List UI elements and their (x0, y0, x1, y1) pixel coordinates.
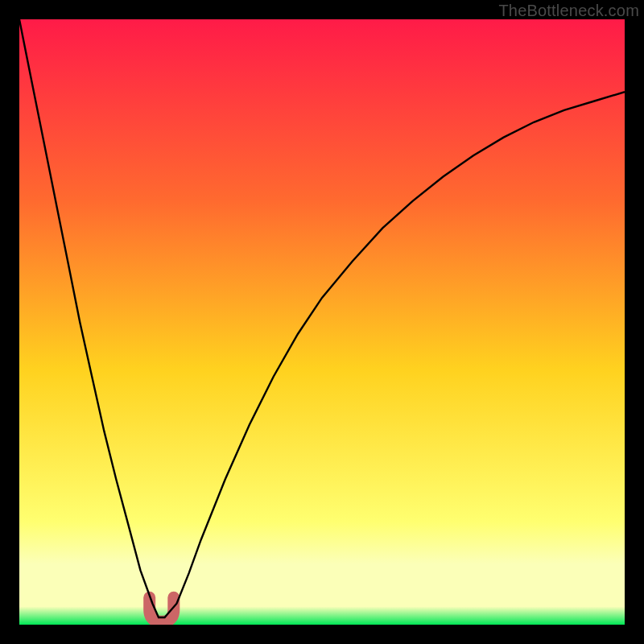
attribution-label: TheBottleneck.com (498, 2, 639, 20)
gradient-background (19, 19, 625, 625)
bottleneck-chart (19, 19, 625, 625)
chart-area (19, 19, 625, 625)
